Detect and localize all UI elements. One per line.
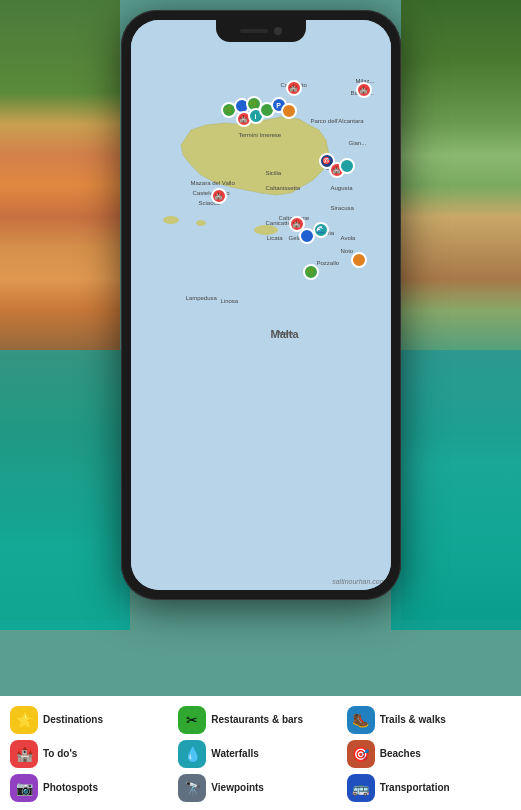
map-area[interactable]: Capo Vito Palermo Termini Imerese Sicili…: [131, 20, 391, 590]
legend-item-photospots[interactable]: 📷 Photospots: [10, 774, 174, 802]
legend-item-waterfalls[interactable]: 💧 Waterfalls: [178, 740, 342, 768]
legend-item-trails[interactable]: 🥾 Trails & walks: [347, 706, 511, 734]
map-label-avola: Avola: [341, 235, 356, 241]
todos-icon: 🏰: [10, 740, 38, 768]
map-pin-catania-teal[interactable]: [339, 158, 355, 174]
legend-section: ⭐ Destinations ✂ Restaurants & bars 🥾 Tr…: [0, 696, 521, 810]
legend-item-destinations[interactable]: ⭐ Destinations: [10, 706, 174, 734]
map-label-linosa: Linosa: [221, 298, 239, 304]
destinations-label: Destinations: [43, 714, 103, 726]
photospots-icon: 📷: [10, 774, 38, 802]
map-pin-north-red[interactable]: 🏰: [286, 80, 302, 96]
bg-water-left: [0, 350, 130, 630]
restaurants-label: Restaurants & bars: [211, 714, 303, 726]
beaches-label: Beaches: [380, 748, 421, 760]
map-label-lampedusa: Lampedusa: [186, 295, 217, 301]
map-label-pozzallo: Pozzallo: [317, 260, 340, 266]
waterfalls-icon: 💧: [178, 740, 206, 768]
svg-point-3: [254, 225, 278, 235]
legend-item-beaches[interactable]: 🎯 Beaches: [347, 740, 511, 768]
map-pin-se-orange[interactable]: [351, 252, 367, 268]
map-pin-south-teal[interactable]: 🌊: [313, 222, 329, 238]
phone-screen: Capo Vito Palermo Termini Imerese Sicili…: [131, 20, 391, 590]
map-pin-orange[interactable]: [281, 103, 297, 119]
sicily-map-shape: [151, 75, 381, 235]
restaurants-icon: ✂: [178, 706, 206, 734]
viewpoints-label: Viewpoints: [211, 782, 264, 794]
destinations-icon: ⭐: [10, 706, 38, 734]
photospots-label: Photospots: [43, 782, 98, 794]
map-pin-se-green[interactable]: 🌿: [303, 264, 319, 280]
svg-point-1: [163, 216, 179, 224]
trails-icon: 🥾: [347, 706, 375, 734]
map-label-licata: Licata: [267, 235, 283, 241]
legend-item-transportation[interactable]: 🚌 Transportation: [347, 774, 511, 802]
svg-point-2: [196, 220, 206, 226]
transportation-icon: 🚌: [347, 774, 375, 802]
phone-notch: [216, 20, 306, 42]
map-pin-west-red[interactable]: 🏰: [211, 188, 227, 204]
legend-item-viewpoints[interactable]: 🔭 Viewpoints: [178, 774, 342, 802]
viewpoints-icon: 🔭: [178, 774, 206, 802]
map-pin-ne-red[interactable]: 🏰: [356, 82, 372, 98]
notch-camera: [274, 27, 282, 35]
legend-item-todos[interactable]: 🏰 To do's: [10, 740, 174, 768]
legend-item-restaurants[interactable]: ✂ Restaurants & bars: [178, 706, 342, 734]
phone-mockup: Capo Vito Palermo Termini Imerese Sicili…: [121, 10, 401, 600]
watermark: saltinourhan.com: [332, 578, 385, 585]
transportation-label: Transportation: [380, 782, 450, 794]
todos-label: To do's: [43, 748, 77, 760]
map-label-noto: Noto: [341, 248, 354, 254]
beaches-icon: 🎯: [347, 740, 375, 768]
notch-speaker: [240, 29, 268, 33]
bg-water-right: [391, 350, 521, 630]
phone-body: Capo Vito Palermo Termini Imerese Sicili…: [121, 10, 401, 600]
map-label-malta-main: Malta: [271, 328, 299, 340]
trails-label: Trails & walks: [380, 714, 446, 726]
waterfalls-label: Waterfalls: [211, 748, 258, 760]
legend-grid: ⭐ Destinations ✂ Restaurants & bars 🥾 Tr…: [10, 706, 511, 802]
